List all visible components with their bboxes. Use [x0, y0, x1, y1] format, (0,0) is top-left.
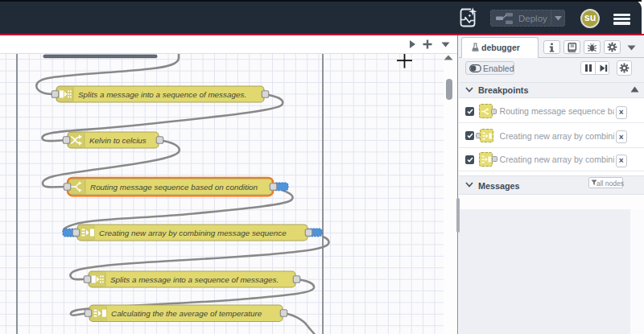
svg-text:Kelvin to celcius: Kelvin to celcius [89, 136, 147, 145]
svg-text:Calculating the the average of: Calculating the the average of temperatu… [111, 309, 262, 318]
svg-text:Splits a message into a sequen: Splits a message into a sequence of mess… [78, 90, 246, 99]
svg-text:Splits a message into a sequen: Splits a message into a sequence of mess… [110, 275, 279, 284]
svg-text:Routing message sequence based: Routing message sequence based on condit… [90, 183, 258, 192]
svg-text:Creating new array by combinin: Creating new array by combining message … [99, 229, 287, 237]
